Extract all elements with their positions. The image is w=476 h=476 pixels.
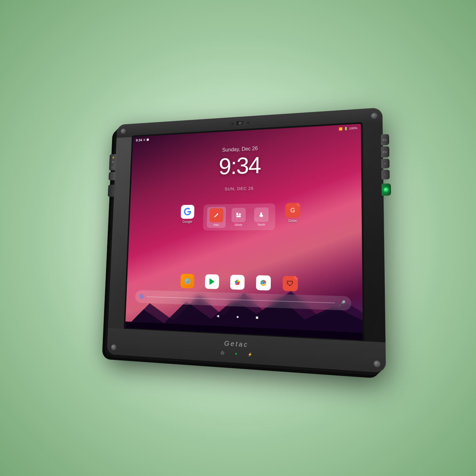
status-time: 9:34: [136, 138, 142, 142]
pen-mode-icon: [209, 208, 223, 222]
apps-container: Google: [129, 202, 362, 231]
usb2-icon: 🔌: [111, 161, 114, 163]
nav-back-btn[interactable]: ◄: [215, 313, 220, 319]
power-indicator: ⏻: [218, 349, 226, 356]
conn-icon: ⬛: [111, 175, 114, 177]
audio-icon: 🎧: [111, 165, 114, 168]
glove-mode-btn[interactable]: Glove: [229, 206, 248, 228]
signal-text: 🔋: [344, 127, 348, 130]
svg-rect-5: [236, 215, 241, 217]
getac-icon-img: G: [285, 203, 300, 217]
screw-tr: [371, 112, 377, 119]
nav-home-btn[interactable]: ●: [236, 314, 239, 319]
usb-icon: ⚡: [112, 156, 115, 159]
search-divider: [147, 296, 335, 303]
camera-lens: [236, 120, 244, 126]
status-left: 9:34 ⚙: [136, 138, 149, 142]
plus-label: +: [384, 162, 385, 165]
small-connector: ⬛: [108, 172, 115, 180]
getac-badge: [297, 203, 300, 206]
p1-label: P1: [383, 138, 386, 141]
tablet-body: 9:34 ⚙ 📶 🔋 100% Sunday, Dec 26: [107, 107, 386, 373]
getac-app-icon[interactable]: G Getac: [285, 203, 300, 222]
svg-rect-3: [236, 212, 238, 215]
bottom-indicators: ⏻ ● ⚡: [218, 349, 254, 358]
minus-label: −: [384, 173, 386, 176]
svg-point-7: [261, 280, 266, 286]
apps-row-1: Google: [135, 202, 354, 231]
glove-mode-icon: [231, 208, 246, 222]
touch-mode-icon: [254, 207, 268, 222]
usb-connector: ⚡ 🔌 🎧: [109, 154, 116, 170]
mode-widget[interactable]: Pen: [203, 203, 275, 230]
chrome-icon[interactable]: [256, 275, 271, 290]
wifi-indicator: ⚡: [246, 350, 254, 358]
settings-app-icon[interactable]: ⚙️: [180, 274, 194, 288]
camera-area: [231, 120, 250, 126]
p2-button[interactable]: P2: [381, 146, 389, 157]
shield-app-icon[interactable]: 🛡: [282, 276, 297, 291]
screen[interactable]: 9:34 ⚙ 📶 🔋 100% Sunday, Dec 26: [125, 124, 363, 340]
play-store-icon[interactable]: [205, 274, 219, 289]
screw-bl: [111, 344, 116, 350]
nav-recent-btn[interactable]: ■: [255, 315, 258, 320]
battery-text: 100%: [349, 126, 357, 130]
volume-down-button[interactable]: −: [381, 169, 389, 179]
google-app-label: Google: [182, 220, 192, 223]
p2-label: P2: [383, 150, 386, 154]
shield-img: 🛡: [282, 276, 297, 291]
touch-mode-btn[interactable]: Touch: [251, 206, 271, 228]
date-sub: SUN, DEC 26: [131, 183, 361, 194]
product-scene: 9:34 ⚙ 📶 🔋 100% Sunday, Dec 26: [0, 0, 476, 476]
brand-name: Getac: [224, 339, 248, 349]
photos-icon[interactable]: [230, 275, 244, 290]
notification-dot: [146, 138, 149, 141]
ir-sensor-2: [246, 121, 250, 124]
play-store-img: [205, 274, 219, 289]
power-led: [383, 187, 388, 192]
photos-img: [230, 275, 244, 290]
google-search-g: G: [139, 293, 144, 300]
getac-app-label: Getac: [288, 219, 297, 222]
bottom-bezel: Getac ⏻ ● ⚡: [107, 328, 386, 373]
right-buttons: P1 P2 + −: [381, 134, 391, 196]
left-connectors: ⚡ 🔌 🎧 ⬛: [108, 154, 117, 197]
screen-bezel: 9:34 ⚙ 📶 🔋 100% Sunday, Dec 26: [124, 122, 364, 342]
led-indicator: ●: [232, 350, 239, 357]
google-icon-img: [181, 205, 194, 219]
tablet-device: 9:34 ⚙ 📶 🔋 100% Sunday, Dec 26: [103, 104, 390, 380]
shield-badge: [294, 276, 297, 279]
power-button[interactable]: [381, 183, 391, 196]
settings-icon: ⚙: [143, 138, 145, 141]
wifi-icon: 📶: [339, 127, 343, 131]
screw-br: [373, 360, 380, 367]
volume-up-button[interactable]: +: [381, 158, 389, 168]
ir-sensor: [231, 122, 234, 125]
chrome-img: [256, 275, 271, 290]
camera-dot: [238, 122, 242, 125]
settings-icon-img: ⚙️: [180, 274, 194, 288]
touch-mode-label: Touch: [257, 223, 265, 226]
svg-rect-4: [239, 213, 241, 215]
connector-door: [108, 184, 116, 197]
p1-button[interactable]: P1: [381, 134, 389, 145]
google-app-icon[interactable]: Google: [181, 205, 194, 223]
glove-mode-label: Glove: [235, 223, 242, 226]
pen-mode-label: Pen: [213, 223, 218, 226]
search-mic-icon[interactable]: 🎤: [338, 299, 346, 306]
pen-mode-btn[interactable]: Pen: [207, 207, 226, 228]
svg-point-8: [262, 281, 265, 284]
status-right: 📶 🔋 100%: [339, 126, 357, 130]
svg-marker-6: [209, 278, 214, 285]
